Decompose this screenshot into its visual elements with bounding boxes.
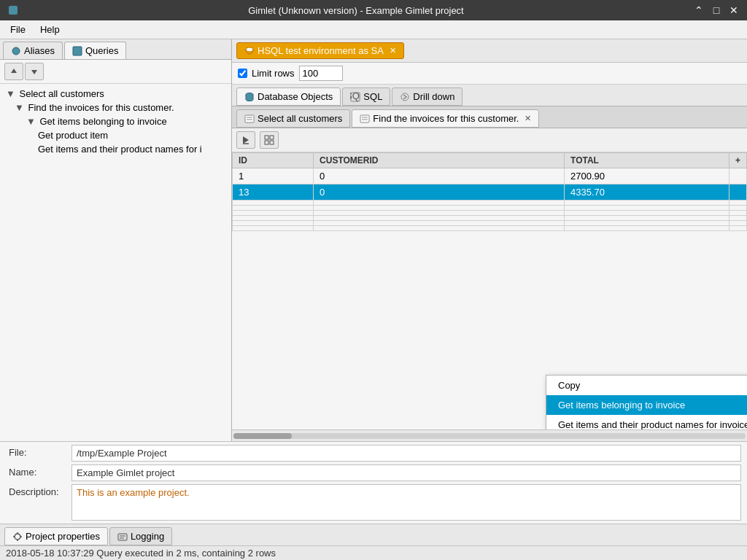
svg-rect-2: [73, 47, 82, 55]
run-button[interactable]: [236, 131, 255, 149]
results-table: ID CUSTOMERID TOTAL + 1 0 2700.90 13: [232, 152, 747, 231]
tree-item-label: Select all customers: [20, 88, 104, 99]
table-row[interactable]: [233, 206, 747, 211]
cell-extra: [729, 168, 746, 184]
table-row[interactable]: [233, 226, 747, 231]
svg-text:SQL: SQL: [350, 92, 360, 101]
limit-row: Limit rows: [232, 63, 747, 85]
tab-project-properties[interactable]: Project properties: [4, 527, 108, 545]
horizontal-scrollbar[interactable]: [232, 429, 747, 441]
limit-input[interactable]: [299, 66, 343, 81]
tree-find-invoices[interactable]: ▼ Find the invoices for this customer.: [3, 101, 228, 114]
table-row[interactable]: [233, 201, 747, 206]
svg-rect-20: [265, 141, 268, 144]
menu-file[interactable]: File: [3, 23, 33, 36]
left-panel: Aliases Queries ▼ Select all customers ▼…: [0, 39, 232, 441]
svg-rect-27: [118, 534, 127, 540]
connection-tab[interactable]: HSQL test environment as SA ✕: [236, 42, 404, 59]
cell-total: 4335.70: [565, 184, 729, 201]
connection-tab-label: HSQL test environment as SA: [258, 45, 384, 56]
tab-aliases[interactable]: Aliases: [3, 42, 63, 59]
left-toolbar: [0, 60, 231, 84]
col-total: TOTAL: [565, 153, 729, 168]
tab-queries[interactable]: Queries: [64, 42, 127, 59]
tab-logging[interactable]: Logging: [109, 527, 172, 545]
tab-select-all-customers-label: Select all customers: [258, 113, 342, 124]
table-row[interactable]: 13 0 4335.70: [233, 184, 747, 201]
file-label: File:: [6, 445, 71, 462]
minimize-button[interactable]: ⌃: [692, 3, 706, 18]
limit-label: Limit rows: [252, 68, 295, 79]
svg-rect-0: [9, 6, 18, 15]
connection-close-icon[interactable]: ✕: [390, 46, 396, 55]
tree-get-items-invoice[interactable]: ▼ Get items belonging to invoice: [3, 114, 228, 128]
ctx-copy[interactable]: Copy ►: [546, 376, 747, 395]
tab-close-icon[interactable]: ✕: [525, 114, 531, 123]
cell-id: 13: [233, 184, 314, 201]
svg-rect-10: [245, 115, 254, 122]
limit-checkbox[interactable]: [238, 69, 247, 78]
col-customerid: CUSTOMERID: [314, 153, 565, 168]
tab-sql[interactable]: SQL SQL: [342, 88, 390, 106]
tab-database-objects-label: Database Objects: [258, 91, 333, 102]
table-row[interactable]: [233, 211, 747, 216]
app-icon: [6, 3, 20, 18]
action-tabs: Database Objects SQL SQL Drill down: [232, 85, 747, 106]
close-button[interactable]: ✕: [727, 3, 741, 18]
svg-point-22: [15, 534, 20, 540]
statusbar: 2018-05-18 10:37:29 Query executed in 2 …: [0, 545, 747, 560]
move-up-button[interactable]: [4, 63, 23, 80]
scroll-thumb[interactable]: [233, 433, 292, 439]
cell-extra: [729, 184, 746, 201]
col-id: ID: [233, 153, 314, 168]
results-area[interactable]: ID CUSTOMERID TOTAL + 1 0 2700.90 13: [232, 152, 747, 429]
context-menu: Copy ► Get items belonging to invoice Ge…: [546, 375, 747, 429]
table-row[interactable]: [233, 216, 747, 221]
main-content: Aliases Queries ▼ Select all customers ▼…: [0, 39, 747, 441]
ctx-copy-label: Copy: [558, 380, 580, 391]
ctx-get-items-invoice[interactable]: Get items belonging to invoice: [546, 395, 747, 415]
window-controls: ⌃ □ ✕: [692, 3, 741, 18]
grid-button[interactable]: [260, 131, 279, 149]
svg-point-5: [246, 47, 253, 52]
menu-help[interactable]: Help: [33, 23, 67, 36]
maximize-button[interactable]: □: [709, 3, 724, 18]
file-value: /tmp/Example Project: [71, 445, 741, 462]
tree-get-product-item[interactable]: Get product item: [3, 128, 228, 142]
tab-database-objects[interactable]: Database Objects: [236, 88, 341, 106]
ctx-get-items-invoice-label: Get items belonging to invoice: [558, 400, 685, 411]
table-row[interactable]: 1 0 2700.90: [233, 168, 747, 184]
tab-drill-down[interactable]: Drill down: [392, 88, 462, 106]
svg-rect-13: [360, 115, 369, 122]
tree-item-label: Get product item: [38, 130, 108, 141]
tab-find-invoices[interactable]: Find the invoices for this customer. ✕: [352, 109, 539, 128]
svg-rect-21: [270, 141, 274, 144]
tab-select-all-customers[interactable]: Select all customers: [236, 109, 350, 128]
query-tree: ▼ Select all customers ▼ Find the invoic…: [0, 84, 231, 441]
cell-total: 2700.90: [565, 168, 729, 184]
tree-item-label: Get items and their product names for i: [38, 144, 202, 155]
tree-get-items-product[interactable]: Get items and their product names for i: [3, 142, 228, 156]
tab-drill-down-label: Drill down: [413, 91, 454, 102]
svg-marker-4: [31, 70, 37, 74]
cell-customerid: 0: [314, 184, 565, 201]
tab-aliases-label: Aliases: [24, 45, 55, 56]
description-value: This is an example project.: [71, 484, 741, 521]
table-row[interactable]: [233, 221, 747, 226]
menubar: File Help: [0, 20, 747, 39]
bottom-tabs: Project properties Logging: [0, 524, 747, 545]
query-tabs: Select all customers Find the invoices f…: [232, 106, 747, 128]
add-column-button[interactable]: +: [729, 153, 746, 168]
tree-item-label: Find the invoices for this customer.: [28, 102, 174, 113]
tab-find-invoices-label: Find the invoices for this customer.: [373, 113, 519, 124]
name-label: Name:: [6, 464, 71, 481]
tab-project-properties-label: Project properties: [26, 531, 100, 542]
tree-select-all-customers[interactable]: ▼ Select all customers: [3, 87, 228, 101]
svg-marker-3: [11, 69, 17, 73]
tab-logging-label: Logging: [131, 531, 164, 542]
ctx-get-items-product[interactable]: Get items and their product names for in…: [546, 415, 747, 429]
name-value: Example Gimlet project: [71, 464, 741, 481]
scroll-track: [233, 433, 746, 439]
cell-customerid: 0: [314, 168, 565, 184]
move-down-button[interactable]: [25, 63, 44, 80]
